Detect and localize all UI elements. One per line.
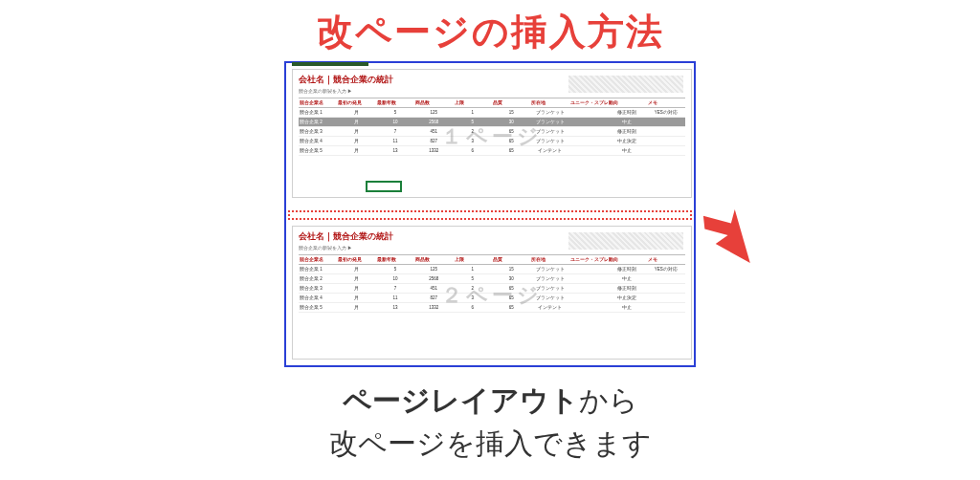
col-header: 動向 xyxy=(608,98,646,108)
table-cell: 中止 xyxy=(608,274,646,284)
table-cell: 10 xyxy=(376,274,414,284)
table-cell: 125 xyxy=(414,265,453,274)
table-cell: 451 xyxy=(414,284,453,294)
table-cell: ブランケット xyxy=(530,118,568,127)
table-cell: 中止決定 xyxy=(608,294,646,303)
table-cell xyxy=(647,303,685,313)
table-cell: 6 xyxy=(454,146,492,156)
col-header: 競合企業名 xyxy=(299,255,337,265)
table-cell: 65 xyxy=(492,127,530,137)
table-cell: 2568 xyxy=(414,274,453,284)
table-cell: 7 xyxy=(376,284,414,294)
table-cell: 5 xyxy=(376,108,414,118)
table-cell: 月 xyxy=(337,108,375,118)
table-row: 競合企業 5月131332665インテント中止 xyxy=(299,303,685,313)
table-cell: 2568 xyxy=(414,118,453,127)
table-cell: 827 xyxy=(414,294,453,303)
col-header: 最新年数 xyxy=(376,255,414,265)
table-cell: 65 xyxy=(492,137,530,146)
table-cell: 1 xyxy=(454,108,492,118)
col-header: ユニーク・スプレット xyxy=(569,98,608,108)
table-cell xyxy=(569,137,608,146)
table-cell: 月 xyxy=(337,274,375,284)
col-header: 商品数 xyxy=(414,98,453,108)
data-table-2: 競合企業名最初の発見最新年数商品数上限品質所在地ユニーク・スプレット動向メモ 競… xyxy=(299,254,685,313)
table-cell: 月 xyxy=(337,137,375,146)
table-cell: 競合企業 4 xyxy=(299,137,337,146)
table-cell: インテント xyxy=(530,146,568,156)
table-cell xyxy=(647,284,685,294)
table-cell xyxy=(569,118,608,127)
table-cell: 5 xyxy=(376,265,414,274)
table-cell xyxy=(647,294,685,303)
table-cell xyxy=(647,118,685,127)
caption-rest1: から xyxy=(579,384,638,416)
table-cell: 65 xyxy=(492,284,530,294)
table-cell: 中止決定 xyxy=(608,137,646,146)
col-header: ユニーク・スプレット xyxy=(569,255,608,265)
table-cell: 月 xyxy=(337,265,375,274)
table-cell: 5 xyxy=(454,118,492,127)
col-header: 上限 xyxy=(454,98,492,108)
page-1: 会社名｜競合企業の統計 競合企業の新製を入力 ▶ 競合企業名最初の発見最新年数商… xyxy=(292,69,692,198)
table-cell: 7 xyxy=(376,127,414,137)
table-cell: 競合企業 2 xyxy=(299,118,337,127)
col-header: 所在地 xyxy=(530,98,568,108)
table-cell: 競合企業 2 xyxy=(299,274,337,284)
table-cell: 競合企業 4 xyxy=(299,294,337,303)
table-cell: ブランケット xyxy=(530,274,568,284)
table-cell: 13 xyxy=(376,303,414,313)
table-cell xyxy=(569,108,608,118)
table-row: 競合企業 1月5125115ブランケット修正時刻YESの対応 xyxy=(299,108,685,118)
table-cell xyxy=(647,274,685,284)
header-hatched xyxy=(568,232,683,250)
table-cell xyxy=(647,127,685,137)
table-cell: 中止 xyxy=(608,146,646,156)
table-row: 競合企業 4月11827365ブランケット中止決定 xyxy=(299,137,685,146)
table-row: 競合企業 1月5125115ブランケット修正時刻YESの対応 xyxy=(299,265,685,274)
main-title: 改ページの挿入方法 xyxy=(0,0,980,56)
table-cell: 3 xyxy=(454,294,492,303)
table-cell: 修正時刻 xyxy=(608,127,646,137)
table-cell: 451 xyxy=(414,127,453,137)
table-cell: 競合企業 1 xyxy=(299,265,337,274)
col-header: メモ xyxy=(647,255,685,265)
table-cell xyxy=(569,274,608,284)
table-row: 競合企業 3月7451265ブランケット修正時刻 xyxy=(299,127,685,137)
table-cell: 15 xyxy=(492,108,530,118)
table-cell: 修正時刻 xyxy=(608,108,646,118)
caption: ページレイアウトから 改ページを挿入できます xyxy=(0,379,980,465)
table-row: 競合企業 4月11827365ブランケット中止決定 xyxy=(299,294,685,303)
active-cell-cursor[interactable] xyxy=(366,181,402,192)
table-cell xyxy=(647,146,685,156)
callout-arrow-icon xyxy=(699,208,756,266)
table-row: 競合企業 3月7451265ブランケット修正時刻 xyxy=(299,284,685,294)
table-cell xyxy=(647,137,685,146)
table-cell: 2 xyxy=(454,284,492,294)
table-cell: インテント xyxy=(530,303,568,313)
table-cell: 65 xyxy=(492,146,530,156)
table-cell: 競合企業 5 xyxy=(299,146,337,156)
table-cell: 65 xyxy=(492,303,530,313)
col-header: メモ xyxy=(647,98,685,108)
table-row: 競合企業 2月102568530ブランケット中止 xyxy=(299,118,685,127)
table-cell: 5 xyxy=(454,274,492,284)
table-cell: ブランケット xyxy=(530,108,568,118)
table-cell: 13 xyxy=(376,146,414,156)
table-row: 競合企業 2月102568530ブランケット中止 xyxy=(299,274,685,284)
table-cell: 月 xyxy=(337,118,375,127)
header-hatched xyxy=(568,76,683,93)
col-header: 最新年数 xyxy=(376,98,414,108)
table-cell xyxy=(569,294,608,303)
table-cell: 月 xyxy=(337,146,375,156)
table-cell: ブランケット xyxy=(530,137,568,146)
table-cell: 10 xyxy=(376,118,414,127)
table-cell: 827 xyxy=(414,137,453,146)
col-header: 商品数 xyxy=(414,255,453,265)
table-cell: 30 xyxy=(492,118,530,127)
table-cell: YESの対応 xyxy=(647,108,685,118)
svg-marker-0 xyxy=(699,208,756,263)
table-cell: 競合企業 3 xyxy=(299,127,337,137)
table-cell: 3 xyxy=(454,137,492,146)
caption-bold: ページレイアウト xyxy=(343,384,579,416)
